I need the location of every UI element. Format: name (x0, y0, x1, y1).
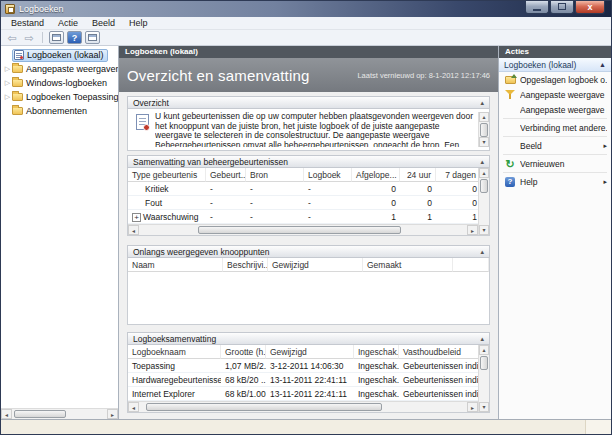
scroll-right-icon[interactable]: ▸ (467, 225, 478, 235)
section-header-overzicht[interactable]: Overzicht ▴ (127, 96, 490, 109)
column-header[interactable]: Gewijzigd (268, 258, 363, 272)
tree-horizontal-scrollbar[interactable]: ◂ ▸ (1, 408, 118, 419)
folder-icon (12, 107, 23, 115)
menu-bestand[interactable]: Bestand (5, 18, 50, 28)
column-header[interactable]: Vasthoudbeleid (399, 345, 481, 359)
forward-icon[interactable]: ⇨ (22, 31, 36, 45)
table-row[interactable]: Toepassing 1,07 MB/2... 3-12-2011 14:06:… (128, 359, 478, 373)
back-icon[interactable]: ⇦ (5, 31, 19, 45)
section-header-onlangs[interactable]: Onlangs weergegeven knooppunten ▴ (127, 245, 490, 258)
scroll-up-icon[interactable]: ▴ (479, 168, 489, 178)
column-header[interactable]: Gewijzigd (266, 345, 354, 359)
table-row[interactable]: Kritiek - - - 0 0 0 (128, 182, 478, 196)
scrollbar-thumb[interactable] (480, 356, 488, 370)
action-pane-toggle-icon[interactable] (85, 31, 100, 44)
collapse-icon[interactable]: ▴ (480, 99, 484, 107)
menu-beeld[interactable]: Beeld (86, 18, 121, 28)
resize-grip[interactable] (585, 420, 611, 434)
minimize-button[interactable] (525, 1, 549, 14)
action-vernieuwen[interactable]: ↻ Vernieuwen (499, 156, 611, 171)
summary-horizontal-scrollbar[interactable]: ◂ ▸ (128, 224, 478, 235)
column-header[interactable]: 24 uur (400, 168, 436, 182)
collapse-icon[interactable]: ▴ (480, 248, 484, 256)
expand-arrow-icon[interactable]: ▷ (3, 93, 12, 101)
summary-vertical-scrollbar[interactable]: ▴ ▾ (478, 168, 489, 235)
expand-arrow-icon[interactable]: ▷ (3, 65, 12, 73)
scroll-left-icon[interactable]: ◂ (128, 402, 139, 412)
log-vertical-scrollbar[interactable]: ▴ ▾ (478, 345, 489, 412)
column-header[interactable]: Afgelope... (352, 168, 400, 182)
collapse-icon[interactable]: ▲ (599, 61, 606, 68)
tree-item-label: Logboeken Toepassingen en (26, 92, 118, 102)
table-row[interactable]: +Waarschuwing - - - 1 1 1 (128, 210, 478, 224)
column-header (453, 258, 489, 272)
help-toolbar-icon[interactable]: ? (67, 31, 82, 44)
overview-vertical-scrollbar[interactable]: ▴ ▾ (478, 112, 489, 147)
scroll-left-icon[interactable]: ◂ (128, 225, 139, 235)
tree-item-logboeken-toepassingen[interactable]: ▷ Logboeken Toepassingen en (1, 90, 118, 104)
actions-group-header[interactable]: Logboeken (lokaal) ▲ (499, 58, 611, 72)
scrollbar-thumb[interactable] (198, 226, 401, 234)
column-header[interactable]: Type gebeurtenis (128, 168, 206, 182)
scroll-right-icon[interactable]: ▸ (107, 409, 118, 419)
expand-plus-icon[interactable]: + (132, 213, 141, 222)
menu-bar: Bestand Actie Beeld Help (1, 17, 611, 30)
tree-item-label: Abonnementen (26, 106, 87, 116)
scroll-up-icon[interactable]: ▴ (479, 345, 489, 355)
event-viewer-window: Logboeken x Bestand Actie Beeld Help ⇦ ⇨… (0, 0, 612, 435)
scroll-left-icon[interactable]: ◂ (1, 409, 12, 419)
action-import-custom-view[interactable]: Aangepaste weergave i... (499, 102, 611, 117)
tree-item-logboeken-lokaal[interactable]: Logboeken (lokaal) (1, 48, 118, 62)
submenu-arrow-icon: ▸ (603, 178, 607, 186)
table-row[interactable]: Internet Explorer 68 kB/1.00... 13-11-20… (128, 387, 478, 401)
console-tree-toggle-icon[interactable] (49, 31, 64, 44)
scroll-down-icon[interactable]: ▾ (479, 225, 489, 235)
scrollbar-thumb[interactable] (480, 179, 488, 193)
column-header[interactable]: Logboeknaam (128, 345, 221, 359)
maximize-button[interactable] (550, 1, 574, 14)
action-connect-other-computer[interactable]: Verbinding met andere... (499, 120, 611, 135)
actions-separator (503, 172, 607, 173)
scroll-down-icon[interactable]: ▾ (479, 137, 489, 147)
scroll-up-icon[interactable]: ▴ (479, 112, 489, 122)
section-header-logboeksamenvatting[interactable]: Logboeksamenvatting ▴ (127, 332, 490, 345)
collapse-icon[interactable]: ▴ (480, 335, 484, 343)
column-header[interactable]: 7 dagen (436, 168, 481, 182)
table-row[interactable]: Fout - - - 0 0 0 (128, 196, 478, 210)
scroll-right-icon[interactable]: ▸ (467, 402, 478, 412)
column-header[interactable]: Gemaakt (363, 258, 453, 272)
column-header[interactable]: Bron (246, 168, 304, 182)
action-beeld[interactable]: Beeld ▸ (499, 138, 611, 153)
scrollbar-thumb[interactable] (14, 410, 66, 418)
action-open-saved-log[interactable]: Opgeslagen logboek o... (499, 72, 611, 87)
actions-separator (503, 136, 607, 137)
column-header[interactable]: Logboek (304, 168, 352, 182)
section-header-samenvatting[interactable]: Samenvatting van beheergebeurtenissen ▴ (127, 155, 490, 168)
expand-arrow-icon[interactable]: ▷ (3, 79, 12, 87)
window-title: Logboeken (19, 4, 525, 14)
column-header[interactable]: Gebeurt... (206, 168, 246, 182)
help-icon: ? (505, 177, 515, 187)
log-horizontal-scrollbar[interactable]: ◂ ▸ (128, 401, 478, 412)
close-button[interactable]: x (575, 1, 605, 14)
scrollbar-thumb[interactable] (146, 403, 382, 411)
column-header[interactable]: Grootte (h... (221, 345, 266, 359)
menu-help[interactable]: Help (123, 18, 154, 28)
column-header[interactable]: Ingeschak... (354, 345, 399, 359)
column-header[interactable]: Beschrijvi... (223, 258, 268, 272)
action-help[interactable]: ? Help ▸ (499, 174, 611, 189)
column-header[interactable]: Naam (128, 258, 223, 272)
collapse-icon[interactable]: ▴ (480, 158, 484, 166)
section-overzicht: Overzicht ▴ U kunt gebeurtenissen die op… (127, 96, 490, 151)
scroll-down-icon[interactable]: ▾ (479, 402, 489, 412)
tree-item-abonnementen[interactable]: Abonnementen (1, 104, 118, 118)
tree-item-windows-logboeken[interactable]: ▷ Windows-logboeken (1, 76, 118, 90)
tree-item-label: Aangepaste weergaven (26, 64, 118, 74)
menu-actie[interactable]: Actie (52, 18, 84, 28)
tree-item-aangepaste-weergaven[interactable]: ▷ Aangepaste weergaven (1, 62, 118, 76)
action-create-custom-view[interactable]: Aangepaste weergave ... (499, 87, 611, 102)
scrollbar-thumb[interactable] (480, 123, 488, 137)
title-bar[interactable]: Logboeken x (1, 1, 611, 17)
toolbar: ⇦ ⇨ ? (1, 30, 611, 46)
table-row[interactable]: Hardwaregebeurtenissen 68 kB/20 ... 13-1… (128, 373, 478, 387)
